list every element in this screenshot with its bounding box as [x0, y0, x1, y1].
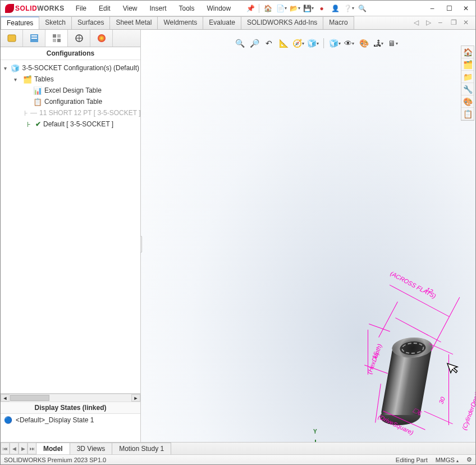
menu-tools[interactable]: Tools	[173, 2, 200, 15]
property-manager-tab[interactable]	[23, 30, 45, 47]
status-units[interactable]: MMGS ▴	[436, 457, 459, 463]
fm-h-scrollbar[interactable]: ◄ ►	[1, 394, 140, 402]
tab-addins[interactable]: SOLIDWORKS Add-Ins	[241, 16, 323, 29]
scroll-left-icon[interactable]: ◄	[1, 394, 10, 402]
tab-model[interactable]: Model	[36, 443, 70, 454]
collapse-icon[interactable]: ▾	[4, 65, 8, 71]
sphere-icon: 🔵	[4, 416, 12, 424]
save-icon[interactable]: 💾▾	[303, 3, 313, 13]
fm-tab-strip	[1, 30, 140, 47]
scene-icon[interactable]: 🎨	[358, 38, 369, 49]
svg-rect-0	[8, 35, 16, 42]
scroll-right-icon[interactable]: ►	[131, 394, 140, 402]
part-icon: 🧊	[11, 63, 20, 72]
quick-access-toolbar: 📌 🏠 📄▾ 📂▾ 💾▾ ● 👤 ❔▾ 🔍	[245, 3, 367, 13]
dim-across-flats[interactable]: (ACROSS FLATS)	[389, 270, 437, 300]
scroll-thumb[interactable]	[10, 395, 49, 401]
dim-cyldepth-val[interactable]: 30	[437, 396, 446, 405]
user-icon[interactable]: 👤	[330, 3, 340, 13]
dimxpert-tab[interactable]	[68, 30, 90, 47]
open-icon[interactable]: 📂▾	[290, 3, 300, 13]
cfg-root-label: 3-5-SOCKET Configuration(s) (Default)	[22, 64, 139, 72]
tab-evaluate[interactable]: Evaluate	[203, 16, 241, 29]
render-icon[interactable]: 🏞▾	[373, 38, 384, 49]
print-icon[interactable]: ●	[317, 3, 327, 13]
display-state-row[interactable]: 🔵 <Default>_Display State 1	[1, 414, 140, 426]
display-style-icon[interactable]: 🧊▾	[307, 38, 318, 49]
active-config-label: Default [ 3-5-SOCKET ]	[43, 120, 113, 128]
menu-view[interactable]: View	[117, 2, 143, 15]
tab-surfaces[interactable]: Surfaces	[71, 16, 110, 29]
status-gear-icon[interactable]: ⚙	[466, 456, 472, 463]
tab-first-icon[interactable]: ⏮	[1, 443, 10, 454]
design-lib-icon[interactable]: 📁	[461, 71, 474, 83]
file-explorer-icon[interactable]: 🔧	[461, 83, 474, 95]
tab-nav-buttons: ⏮ ◀ ▶ ⏭	[1, 443, 36, 454]
suppressed-config-row[interactable]: ⊦ — 11 SHORT 12 PT [ 3-5-SOCKET ]	[1, 107, 140, 118]
zoom-fit-icon[interactable]: 🔍	[234, 38, 245, 49]
collapse-icon[interactable]: ▾	[14, 76, 21, 83]
custom-props-icon[interactable]: 📋	[461, 108, 474, 120]
suppressed-flag-icon: ⊦	[24, 108, 28, 117]
search-icon[interactable]: 🔍	[357, 3, 367, 13]
excel-table-label: Excel Design Table	[44, 86, 102, 94]
feature-tree-tab[interactable]	[1, 30, 23, 47]
menu-insert[interactable]: Insert	[144, 2, 172, 15]
maximize-button[interactable]: ☐	[442, 3, 456, 14]
tables-folder-row[interactable]: ▾ 🗂️ Tables	[1, 74, 140, 85]
tab-next-icon[interactable]: ▶	[19, 443, 28, 454]
doc-close-icon[interactable]: ✕	[463, 19, 472, 28]
tab-features[interactable]: Features	[1, 16, 39, 29]
view-settings-icon[interactable]: 🖥▾	[387, 38, 399, 49]
tab-weldments[interactable]: Weldments	[157, 16, 203, 29]
configuration-tree[interactable]: ▾ 🧊 3-5-SOCKET Configuration(s) (Default…	[1, 60, 140, 393]
tab-sheet-metal[interactable]: Sheet Metal	[109, 16, 158, 29]
active-flag-icon: ⊦	[24, 120, 33, 129]
socket-model[interactable]	[380, 342, 433, 421]
tab-prev-icon[interactable]: ◀	[10, 443, 19, 454]
home-icon[interactable]: 🏠	[263, 3, 273, 13]
appearance-tp-icon[interactable]: 🎨	[461, 95, 474, 108]
minimize-button[interactable]: –	[425, 3, 440, 14]
pin-icon[interactable]: 📌	[245, 3, 255, 13]
configuration-manager-tab[interactable]	[45, 30, 68, 47]
cfg-root-row[interactable]: ▾ 🧊 3-5-SOCKET Configuration(s) (Default…	[1, 62, 140, 74]
prev-view-icon[interactable]: ↶	[263, 38, 274, 49]
graphics-viewport[interactable]: 🔍 🔎 ↶ 📐 🧭▾ 🧊▾ 🧊▾ 👁▾ 🎨 🏞▾ 🖥▾ 🏠 🗂️ 📁 🔧 🎨 📋	[141, 30, 475, 442]
svg-point-11	[98, 34, 106, 42]
menu-bar: File Edit View Insert Tools Window	[70, 2, 237, 15]
edit-appearance-icon[interactable]: 👁▾	[344, 38, 355, 49]
view-triad[interactable]: Y X Z	[304, 430, 337, 442]
panel-sash-handle[interactable]	[141, 236, 142, 253]
display-manager-tab[interactable]	[90, 30, 113, 47]
excel-design-table-row[interactable]: 📊 Excel Design Table	[1, 85, 140, 96]
checkmark-icon: ✔	[35, 120, 41, 128]
section-view-icon[interactable]: 📐	[278, 38, 289, 49]
tab-sketch[interactable]: Sketch	[39, 16, 72, 29]
hide-show-icon[interactable]: 🧊▾	[329, 38, 340, 49]
display-state-label: <Default>_Display State 1	[16, 416, 94, 424]
new-doc-icon[interactable]: 📄▾	[276, 3, 286, 13]
title-bar: SOLIDWORKS File Edit View Insert Tools W…	[1, 1, 475, 16]
close-button[interactable]: ✕	[459, 3, 473, 14]
active-config-row[interactable]: ⊦ ✔ Default [ 3-5-SOCKET ]	[1, 118, 140, 130]
menu-file[interactable]: File	[70, 2, 92, 15]
home-tp-icon[interactable]: 🏠	[461, 46, 474, 58]
tab-motion-study[interactable]: Motion Study 1	[112, 443, 171, 454]
doc-minimize-icon[interactable]: –	[438, 19, 447, 28]
view-orient-icon[interactable]: 🧭▾	[292, 38, 304, 49]
resources-tp-icon[interactable]: 🗂️	[461, 58, 474, 71]
tab-3d-views[interactable]: 3D Views	[70, 443, 112, 454]
tab-macro[interactable]: Macro	[323, 16, 354, 29]
prev-doc-icon[interactable]: ◁	[414, 19, 423, 28]
help-icon[interactable]: ❔▾	[344, 3, 354, 13]
menu-window[interactable]: Window	[202, 2, 237, 15]
config-table-row[interactable]: 📋 Configuration Table	[1, 96, 140, 107]
tab-last-icon[interactable]: ⏭	[28, 443, 36, 454]
next-doc-icon[interactable]: ▷	[426, 19, 435, 28]
dim-cyldepth[interactable]: (CylinderDepth)	[461, 388, 475, 431]
triad-y: Y	[313, 428, 317, 435]
menu-edit[interactable]: Edit	[93, 2, 116, 15]
doc-restore-icon[interactable]: ❐	[451, 19, 460, 28]
zoom-area-icon[interactable]: 🔎	[249, 38, 260, 49]
